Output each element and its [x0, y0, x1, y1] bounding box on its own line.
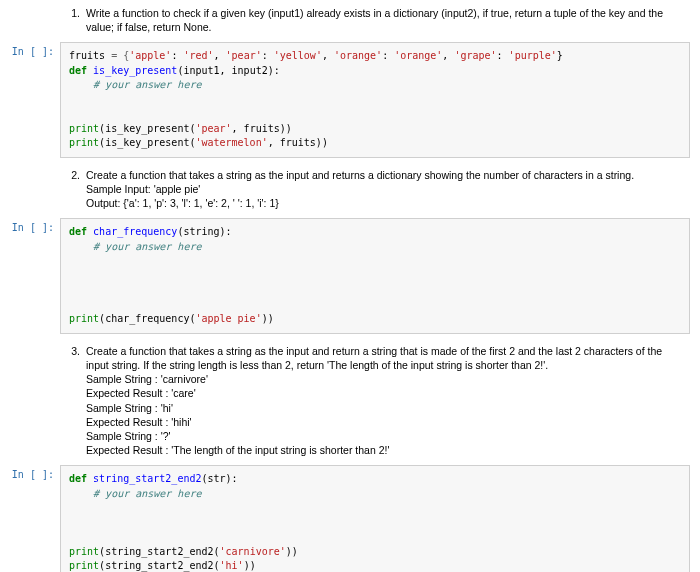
code-text: (string):	[177, 226, 231, 237]
code-text: 'watermelon'	[195, 137, 267, 148]
code-text: print	[69, 560, 99, 571]
cell-3-prompt: In [ ]:	[10, 465, 60, 572]
code-text: char_frequency	[93, 226, 177, 237]
problem-2-sample-input: Sample Input: 'apple pie'	[86, 182, 682, 196]
cell-2-prompt: In [ ]:	[10, 218, 60, 334]
code-text: string_start2_end2	[93, 473, 201, 484]
code-text: is_key_present	[93, 65, 177, 76]
cell-1-prompt: In [ ]:	[10, 42, 60, 158]
code-text: print	[69, 137, 99, 148]
code-text: print	[69, 313, 99, 324]
code-text: 'orange'	[394, 50, 442, 61]
code-text: (input1, input2):	[177, 65, 279, 76]
problem-1-number: 1.	[70, 6, 86, 34]
notebook: 1. Write a function to check if a given …	[0, 0, 700, 572]
code-text: 'orange'	[334, 50, 382, 61]
code-text: # your answer here	[69, 241, 201, 252]
code-text: 'pear'	[226, 50, 262, 61]
code-text: def	[69, 65, 93, 76]
code-text: 'grape'	[454, 50, 496, 61]
problem-3-sample-3a: Sample String : '?'	[86, 429, 682, 443]
cell-3-code[interactable]: def string_start2_end2(str): # your answ…	[60, 465, 690, 572]
code-text: 'yellow'	[274, 50, 322, 61]
code-text: 'purple'	[509, 50, 557, 61]
code-text: = {	[105, 50, 129, 61]
code-text: 'pear'	[195, 123, 231, 134]
problem-3-sample-2a: Sample String : 'hi'	[86, 401, 682, 415]
problem-2-sample-output: Output: {'a': 1, 'p': 3, 'l': 1, 'e': 2,…	[86, 196, 682, 210]
code-text: fruits	[280, 137, 316, 148]
code-cell-1: In [ ]: fruits = {'apple': 'red', 'pear'…	[10, 42, 690, 158]
cell-2-code[interactable]: def char_frequency(string): # your answe…	[60, 218, 690, 334]
problem-2-text: 2. Create a function that takes a string…	[70, 166, 690, 215]
code-text: fruits	[244, 123, 280, 134]
problem-1-description: Write a function to check if a given key…	[86, 6, 682, 34]
code-text: 'red'	[183, 50, 213, 61]
problem-3-body: Create a function that takes a string as…	[86, 344, 690, 457]
problem-1-text: 1. Write a function to check if a given …	[70, 4, 690, 38]
problem-3-sample-2b: Expected Result : 'hihi'	[86, 415, 682, 429]
code-cell-2: In [ ]: def char_frequency(string): # yo…	[10, 218, 690, 334]
code-text: def	[69, 226, 93, 237]
code-text: 'hi'	[220, 560, 244, 571]
problem-2-body: Create a function that takes a string as…	[86, 168, 690, 211]
problem-3-sample-1a: Sample String : 'carnivore'	[86, 372, 682, 386]
code-text: fruits	[69, 50, 105, 61]
code-text: print	[69, 123, 99, 134]
code-text: # your answer here	[69, 79, 201, 90]
problem-1-body: Write a function to check if a given key…	[86, 6, 690, 34]
code-text: (str):	[201, 473, 237, 484]
code-text: def	[69, 473, 93, 484]
problem-3-sample-3b: Expected Result : 'The length of the inp…	[86, 443, 682, 457]
problem-2-description: Create a function that takes a string as…	[86, 168, 682, 182]
problem-3-text: 3. Create a function that takes a string…	[70, 342, 690, 461]
problem-2-number: 2.	[70, 168, 86, 211]
code-cell-3: In [ ]: def string_start2_end2(str): # y…	[10, 465, 690, 572]
code-text: # your answer here	[69, 488, 201, 499]
code-text: 'apple'	[129, 50, 171, 61]
cell-1-code[interactable]: fruits = {'apple': 'red', 'pear': 'yello…	[60, 42, 690, 158]
problem-3-number: 3.	[70, 344, 86, 457]
code-text: 'apple pie'	[195, 313, 261, 324]
problem-3-sample-1b: Expected Result : 'care'	[86, 386, 682, 400]
code-text: 'carnivore'	[220, 546, 286, 557]
problem-3-description: Create a function that takes a string as…	[86, 344, 682, 372]
code-text: print	[69, 546, 99, 557]
